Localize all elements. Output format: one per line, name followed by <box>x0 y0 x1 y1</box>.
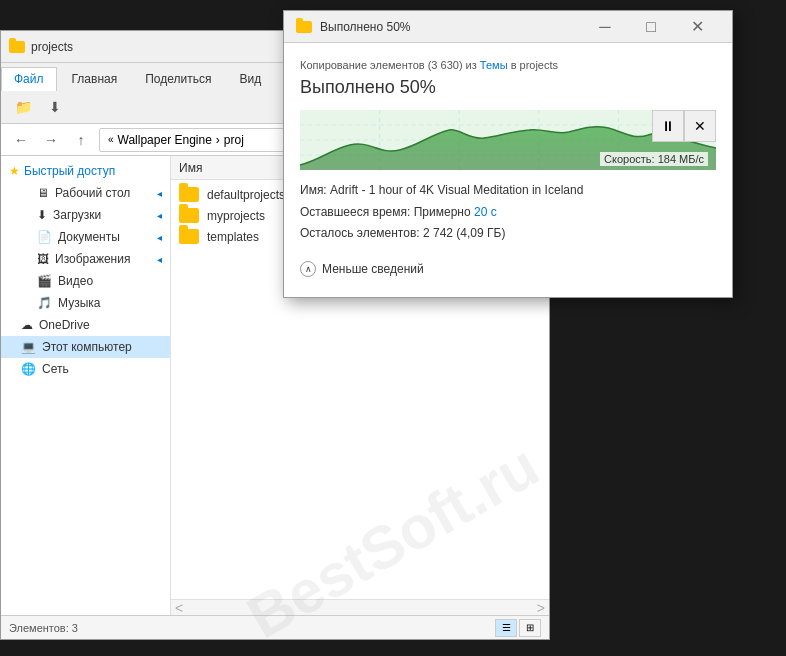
sidebar-item-documents[interactable]: 📄 Документы ◂ <box>1 226 170 248</box>
sidebar-item-downloads[interactable]: ⬇ Загрузки ◂ <box>1 204 170 226</box>
horizontal-scrollbar[interactable]: < > <box>171 599 549 615</box>
back-button[interactable]: ← <box>9 128 33 152</box>
pause-button[interactable]: ⏸ <box>652 110 684 142</box>
computer-icon: 💻 <box>21 340 36 354</box>
sidebar: ★ Быстрый доступ 🖥 Рабочий стол ◂ ⬇ Загр… <box>1 156 171 615</box>
breadcrumb-separator: « <box>108 134 114 145</box>
sidebar-label-desktop: Рабочий стол <box>55 186 130 200</box>
music-icon: 🎵 <box>37 296 52 310</box>
breadcrumb-arrow: › <box>216 133 220 147</box>
folder-title-icon <box>9 39 25 55</box>
subtitle-text: Копирование элементов (3 630) из <box>300 59 477 71</box>
sidebar-item-music[interactable]: 🎵 Музыка <box>1 292 170 314</box>
details-label: Меньше сведений <box>322 262 424 276</box>
progress-close-button[interactable]: ✕ <box>684 110 716 142</box>
subtitle-link[interactable]: Темы <box>480 59 508 71</box>
tab-view[interactable]: Вид <box>226 67 274 91</box>
speed-label: Скорость: 184 МБ/с <box>600 152 708 166</box>
download-icon: ⬇ <box>37 208 47 222</box>
sidebar-label-documents: Документы <box>58 230 120 244</box>
view-buttons: ☰ ⊞ <box>495 619 541 637</box>
pin-icon-downloads: ◂ <box>157 210 162 221</box>
tab-share[interactable]: Поделиться <box>132 67 224 91</box>
pin-icon-images: ◂ <box>157 254 162 265</box>
dialog-main-title: Выполнено 50% <box>300 77 716 98</box>
dialog-title-controls: ─ □ ✕ <box>582 11 720 43</box>
dialog-subtitle: Копирование элементов (3 630) из Темы в … <box>300 59 716 71</box>
up-button[interactable]: ↑ <box>69 128 93 152</box>
file-name-row: Имя: Adrift - 1 hour of 4K Visual Medita… <box>300 180 716 202</box>
tab-home[interactable]: Главная <box>59 67 131 91</box>
star-icon: ★ <box>9 164 20 178</box>
scroll-left-arrow[interactable]: < <box>175 600 183 616</box>
file-name-myprojects: myprojects <box>207 209 265 223</box>
file-name-value-text: Adrift - 1 hour of 4K Visual Meditation … <box>330 183 583 197</box>
folder-icon-templates <box>179 229 199 244</box>
sidebar-label-downloads: Загрузки <box>53 208 101 222</box>
document-icon: 📄 <box>37 230 52 244</box>
subtitle-end-text: в projects <box>511 59 558 71</box>
sidebar-label-network: Сеть <box>42 362 69 376</box>
forward-button[interactable]: → <box>39 128 63 152</box>
time-remaining-label: Оставшееся время: <box>300 205 410 219</box>
details-button[interactable]: ∧ Меньше сведений <box>300 257 716 281</box>
new-folder-button[interactable]: 📁 <box>9 95 37 119</box>
tab-file[interactable]: Файл <box>1 67 57 91</box>
sidebar-item-desktop[interactable]: 🖥 Рабочий стол ◂ <box>1 182 170 204</box>
view-tiles-button[interactable]: ⊞ <box>519 619 541 637</box>
file-name-label: Имя: <box>300 183 327 197</box>
sidebar-item-videos[interactable]: 🎬 Видео <box>1 270 170 292</box>
items-left-row: Осталось элементов: 2 742 (4,09 ГБ) <box>300 223 716 245</box>
dialog-maximize-button[interactable]: □ <box>628 11 674 43</box>
file-name-defaultprojects: defaultprojects <box>207 188 285 202</box>
sidebar-item-network[interactable]: 🌐 Сеть <box>1 358 170 380</box>
folder-icon-defaultprojects <box>179 187 199 202</box>
properties-button[interactable]: ⬇ <box>41 95 69 119</box>
folder-icon-myprojects <box>179 208 199 223</box>
view-details-button[interactable]: ☰ <box>495 619 517 637</box>
scroll-right-arrow[interactable]: > <box>537 600 545 616</box>
sidebar-label-images: Изображения <box>55 252 130 266</box>
dialog-minimize-button[interactable]: ─ <box>582 11 628 43</box>
file-name-templates: templates <box>207 230 259 244</box>
chevron-up-icon: ∧ <box>300 261 316 277</box>
video-icon: 🎬 <box>37 274 52 288</box>
copy-dialog: Выполнено 50% ─ □ ✕ Копирование элементо… <box>283 10 733 298</box>
dialog-title: Выполнено 50% <box>320 20 582 34</box>
status-bar: Элементов: 3 ☰ ⊞ <box>1 615 549 639</box>
time-remaining-seconds: 20 с <box>474 205 497 219</box>
sidebar-label-onedrive: OneDrive <box>39 318 90 332</box>
progress-container: Скорость: 184 МБ/с ⏸ ✕ <box>300 110 716 170</box>
sidebar-label-music: Музыка <box>58 296 100 310</box>
cloud-icon: ☁ <box>21 318 33 332</box>
pin-icon-documents: ◂ <box>157 232 162 243</box>
dialog-info: Имя: Adrift - 1 hour of 4K Visual Medita… <box>300 180 716 245</box>
time-remaining-row: Оставшееся время: Примерно 20 с <box>300 202 716 224</box>
dialog-title-icon <box>296 21 312 33</box>
sidebar-item-this-computer[interactable]: 💻 Этот компьютер <box>1 336 170 358</box>
time-remaining-value: Примерно <box>414 205 471 219</box>
items-left-value: 2 742 (4,09 ГБ) <box>423 226 505 240</box>
quick-access-label: Быстрый доступ <box>24 164 115 178</box>
status-text: Элементов: 3 <box>9 622 78 634</box>
dialog-body: Копирование элементов (3 630) из Темы в … <box>284 43 732 297</box>
breadcrumb-part2: proj <box>224 133 244 147</box>
breadcrumb-part1: Wallpaper Engine <box>118 133 212 147</box>
sidebar-label-videos: Видео <box>58 274 93 288</box>
dialog-close-button[interactable]: ✕ <box>674 11 720 43</box>
image-icon: 🖼 <box>37 252 49 266</box>
pin-icon-desktop: ◂ <box>157 188 162 199</box>
sidebar-label-computer: Этот компьютер <box>42 340 132 354</box>
column-name: Имя <box>179 161 202 175</box>
network-icon: 🌐 <box>21 362 36 376</box>
items-left-label: Осталось элементов: <box>300 226 420 240</box>
desktop-icon: 🖥 <box>37 186 49 200</box>
dialog-titlebar: Выполнено 50% ─ □ ✕ <box>284 11 732 43</box>
sidebar-item-onedrive[interactable]: ☁ OneDrive <box>1 314 170 336</box>
sidebar-item-images[interactable]: 🖼 Изображения ◂ <box>1 248 170 270</box>
quick-access-header[interactable]: ★ Быстрый доступ <box>1 160 170 182</box>
